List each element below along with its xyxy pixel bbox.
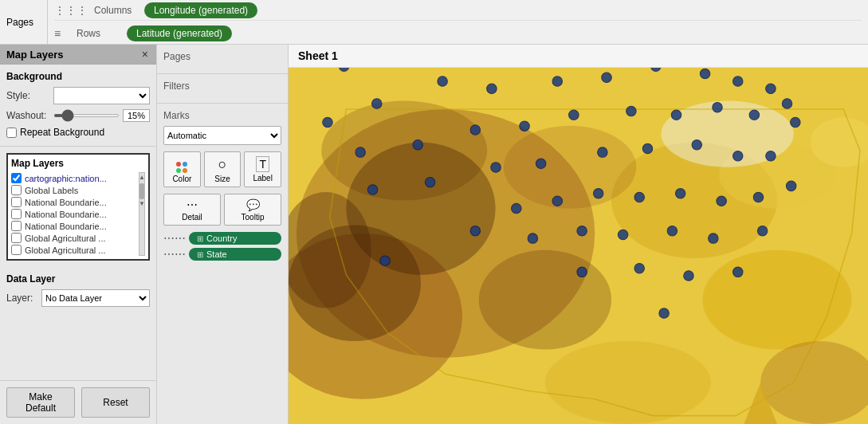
repeat-bg-checkbox[interactable] (6, 128, 17, 138)
layer-item: cartographic:nation... (11, 172, 139, 184)
data-point (642, 143, 652, 153)
field-pill-icon: ⊞ (197, 250, 203, 259)
layer-item-label: Global Labels (25, 186, 139, 195)
data-layer-row: Layer: No Data Layer (6, 289, 150, 307)
field-pills: ⋯⋯⊞Country⋯⋯⊞State (163, 232, 281, 261)
panel-title: Map Layers (6, 49, 64, 61)
data-point (536, 159, 545, 168)
svg-point-3 (479, 250, 611, 350)
data-layer-label: Layer: (6, 292, 38, 304)
data-point (552, 77, 562, 86)
svg-point-12 (289, 226, 421, 342)
label-button[interactable]: T Label (244, 151, 281, 187)
layer-item: National Boundarie... (11, 208, 139, 220)
size-button[interactable]: ○ Size (204, 151, 242, 187)
layer-checkbox[interactable] (11, 185, 22, 195)
rows-icon: ≡ (54, 27, 70, 40)
data-point (438, 77, 447, 86)
field-pill-row: ⋯⋯⊞State (163, 248, 281, 261)
washout-row: Washout: 15% (6, 109, 150, 122)
columns-label: Columns (94, 5, 138, 16)
layer-checkbox[interactable] (11, 209, 22, 219)
data-point (733, 77, 743, 86)
layer-item: Global Agricultural ... (11, 244, 139, 256)
layer-checkbox[interactable] (11, 245, 22, 255)
data-point (753, 192, 763, 202)
washout-slider[interactable] (53, 114, 120, 117)
panel-footer: Make Default Reset (0, 380, 156, 424)
tooltip-icon: 💬 (246, 198, 260, 211)
data-point (634, 263, 644, 273)
data-point (372, 99, 382, 108)
data-point (577, 267, 587, 277)
top-bar: Pages ⋮⋮⋮ Columns Longitude (generated) … (0, 0, 868, 45)
rows-row: ≡ Rows Latitude (generated) (54, 24, 862, 41)
field-pill-row: ⋯⋯⊞Country (163, 232, 281, 245)
field-drag-icon: ⋯⋯ (163, 232, 186, 245)
data-point (413, 139, 422, 149)
marks-type-select[interactable]: Automatic (163, 126, 281, 145)
data-layer-select[interactable]: No Data Layer (41, 289, 150, 307)
svg-point-5 (702, 250, 851, 350)
data-point (692, 139, 701, 149)
data-point (713, 103, 722, 112)
data-point (684, 271, 693, 281)
columns-pill[interactable]: Longitude (generated) (144, 2, 257, 18)
layers-scrollbar: ▲ ▼ (139, 172, 145, 256)
scroll-thumb[interactable] (139, 183, 144, 199)
data-point (528, 234, 537, 243)
data-point (593, 189, 603, 198)
layers-list: cartographic:nation...Global LabelsNatio… (11, 172, 139, 256)
layer-item-label: Global Agricultural ... (25, 245, 139, 255)
detail-icon: ⋯ (187, 198, 198, 211)
size-label: Size (214, 175, 230, 183)
marks-section: Marks Automatic Color (157, 104, 288, 424)
detail-button[interactable]: ⋯ Detail (163, 194, 221, 226)
rows-pill[interactable]: Latitude (generated) (127, 26, 232, 41)
data-point (323, 117, 332, 127)
map-svg (289, 68, 868, 424)
field-pill-state[interactable]: ⊞State (189, 248, 281, 261)
scroll-up-arrow[interactable]: ▲ (138, 173, 146, 182)
field-pill-country[interactable]: ⊞Country (189, 232, 281, 245)
make-default-button[interactable]: Make Default (6, 387, 75, 418)
layer-item-label: cartographic:nation... (25, 174, 139, 183)
label-label: Label (253, 174, 272, 183)
reset-button[interactable]: Reset (81, 387, 150, 418)
data-point (470, 226, 480, 235)
data-point (733, 151, 743, 161)
style-select[interactable] (53, 87, 150, 104)
layer-checkbox[interactable] (11, 233, 22, 243)
data-point (671, 110, 681, 120)
marks-type-row: Automatic (163, 126, 281, 145)
layer-checkbox[interactable] (11, 197, 22, 207)
close-button[interactable]: × (140, 48, 150, 61)
data-point (782, 99, 791, 108)
data-point (667, 226, 677, 235)
washout-label: Washout: (6, 110, 50, 121)
background-title: Background (6, 71, 150, 82)
layer-item-label: National Boundarie... (25, 210, 139, 219)
svg-point-7 (545, 341, 711, 424)
data-point (552, 196, 562, 206)
pages-middle-section: Pages (157, 45, 288, 74)
map-container[interactable] (289, 68, 868, 424)
map-layers-panel: Map Layers × Background Style: Washout: … (0, 45, 157, 424)
layer-checkbox[interactable] (11, 221, 22, 231)
field-pill-label: State (206, 249, 227, 259)
layer-checkbox[interactable] (11, 173, 22, 183)
data-point (766, 84, 776, 93)
scroll-down-arrow[interactable]: ▼ (138, 199, 146, 208)
data-point (749, 110, 759, 120)
map-layers-box: Map Layers cartographic:nation...Global … (6, 153, 150, 261)
data-point (367, 185, 377, 194)
data-point (491, 163, 501, 172)
data-point (634, 192, 644, 202)
layer-item-label: National Boundarie... (25, 222, 139, 231)
color-button[interactable]: Color (163, 151, 201, 187)
layers-list-container: cartographic:nation...Global LabelsNatio… (11, 172, 145, 256)
data-point (659, 308, 669, 318)
washout-value: 15% (123, 109, 150, 122)
tooltip-button[interactable]: 💬 Tooltip (224, 194, 281, 226)
style-row: Style: (6, 87, 150, 104)
